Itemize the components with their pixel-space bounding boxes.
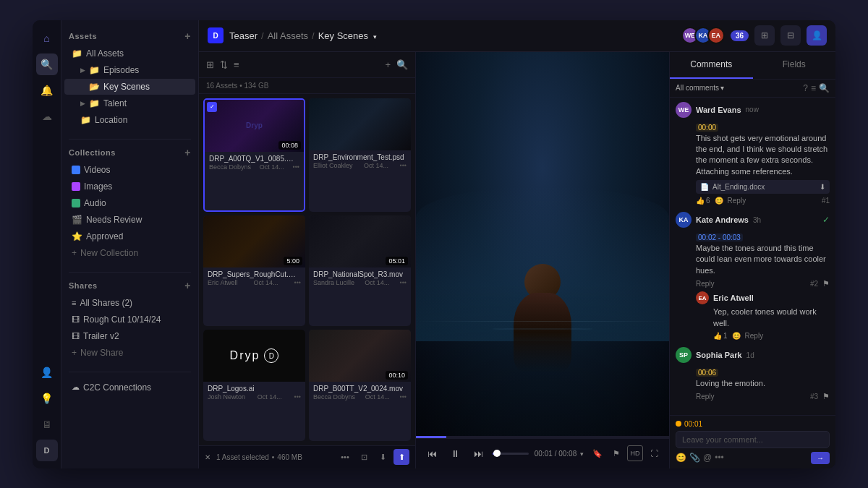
sidebar-item-talent[interactable]: ▶ 📁 Talent xyxy=(64,95,195,111)
screen-button[interactable]: 🖥 xyxy=(36,414,58,435)
play-pause-button[interactable]: ⏸ xyxy=(446,445,464,462)
deselect-icon[interactable]: ✕ xyxy=(205,453,210,461)
comment-input[interactable]: Leave your comment... xyxy=(676,431,830,448)
asset-more-1[interactable]: ••• xyxy=(293,163,299,171)
sidebar-item-location[interactable]: 📁 Location xyxy=(64,112,195,128)
sidebar-item-c2c[interactable]: ☁ C2C Connections xyxy=(64,380,195,395)
sidebar-item-needs-review[interactable]: 🎬 Needs Review xyxy=(64,212,195,228)
asset-card-4[interactable]: 05:01 DRP_NationalSpot_R3.mov Sandra Luc… xyxy=(309,215,411,326)
search-button[interactable]: 🔍 xyxy=(36,53,58,75)
asset-date-5: Oct 14... xyxy=(258,393,282,401)
bookmark-button[interactable]: 🔖 xyxy=(590,445,605,461)
like-reply-button[interactable]: 👍 1 xyxy=(713,332,728,340)
download-attachment-button[interactable]: ⬇ xyxy=(820,183,825,191)
preview-button[interactable]: ⊡ xyxy=(356,449,372,465)
send-comment-button[interactable]: → xyxy=(811,452,830,464)
breadcrumb-all-assets[interactable]: All Assets xyxy=(268,30,308,41)
add-new-collection-button[interactable]: + New Collection xyxy=(64,245,195,261)
add-new-share-button[interactable]: + New Share xyxy=(64,345,195,361)
emoji-input-icon[interactable]: 😊 xyxy=(676,453,686,463)
asset-more-2[interactable]: ••• xyxy=(400,162,407,169)
home-button[interactable]: ⌂ xyxy=(36,27,58,49)
breadcrumb-key-scenes[interactable]: Key Scenes ▾ xyxy=(318,30,377,41)
video-timeline-bar[interactable] xyxy=(416,436,669,438)
sidebar-item-episodes[interactable]: ▶ 📁 Episodes xyxy=(64,62,195,78)
tab-comments[interactable]: Comments xyxy=(670,52,753,79)
chapter-back-button[interactable]: ⏮ xyxy=(423,445,441,462)
asset-more-3[interactable]: ••• xyxy=(294,279,301,286)
add-asset-button[interactable]: + xyxy=(184,30,191,42)
attach-input-icon[interactable]: 📎 xyxy=(689,453,700,463)
reply-button-eric[interactable]: Reply xyxy=(745,332,764,340)
progress-bar[interactable] xyxy=(493,453,529,455)
reply-button-1[interactable]: Reply xyxy=(728,197,746,205)
download-button[interactable]: ⬇ xyxy=(375,449,391,465)
sidebar-item-trailer-v2[interactable]: 🎞 Trailer v2 xyxy=(64,328,195,344)
sidebar-item-videos[interactable]: Videos xyxy=(64,162,195,178)
help-icon[interactable]: ? xyxy=(803,83,808,93)
asset-more-6[interactable]: ••• xyxy=(400,393,407,401)
all-comments-filter[interactable]: All comments ▾ xyxy=(676,84,724,92)
emoji-reply-button[interactable]: 😊 xyxy=(732,332,741,340)
emoji-button-1[interactable]: 😊 xyxy=(715,197,723,205)
add-asset-icon[interactable]: + xyxy=(385,59,391,70)
filter-chevron: ▾ xyxy=(720,84,724,92)
asset-author-4: Sandra Lucille xyxy=(313,279,354,286)
like-button-1[interactable]: 👍 6 xyxy=(696,197,710,205)
time-dropdown-icon[interactable]: ▾ xyxy=(580,450,584,458)
more-input-icon[interactable]: ••• xyxy=(715,453,724,463)
search-asset-icon[interactable]: 🔍 xyxy=(396,59,408,70)
sidebar-item-rough-cut[interactable]: 🎞 Rough Cut 10/14/24 xyxy=(64,312,195,328)
flag-button[interactable]: ⚑ xyxy=(608,445,624,461)
bell-button[interactable]: 🔔 xyxy=(36,80,58,101)
filter-icon[interactable]: ≡ xyxy=(234,59,239,70)
asset-card-5[interactable]: Dryp D DRP_Logos.ai Josh Newton Oct 14..… xyxy=(203,330,305,440)
search-comments-icon[interactable]: 🔍 xyxy=(819,83,830,93)
reply-button-3[interactable]: Reply xyxy=(696,393,715,401)
sidebar-item-all-shares[interactable]: ≡ All Shares (2) xyxy=(64,295,195,311)
fullscreen-button[interactable]: ⛶ xyxy=(646,445,662,461)
logo-button[interactable]: D xyxy=(36,440,58,461)
sidebar-item-approved[interactable]: ⭐ Approved xyxy=(64,228,195,244)
grid-view-icon[interactable]: ⊞ xyxy=(206,59,214,70)
bulb-button[interactable]: 💡 xyxy=(36,388,58,409)
talent-label: Talent xyxy=(103,98,127,108)
chapter-forward-button[interactable]: ⏭ xyxy=(469,445,487,462)
user-profile-icon[interactable]: 👤 xyxy=(807,25,827,46)
asset-more-5[interactable]: ••• xyxy=(294,393,301,401)
add-share-button[interactable]: + xyxy=(184,280,191,291)
sort-icon[interactable]: ⇅ xyxy=(220,59,228,70)
user-button[interactable]: 👤 xyxy=(36,361,58,383)
folder-icon: 📁 xyxy=(72,48,82,59)
sort-comments-icon[interactable]: ≡ xyxy=(811,83,816,93)
sidebar-item-key-scenes[interactable]: 📂 Key Scenes xyxy=(64,79,195,95)
resolve-icon-3[interactable]: ⚑ xyxy=(822,392,830,401)
add-collection-button[interactable]: + xyxy=(184,147,191,158)
asset-card-3[interactable]: 5:00 DRP_Supers_RoughCut.mov Eric Atwell… xyxy=(203,215,305,326)
selected-count: 1 Asset selected xyxy=(216,453,269,461)
more-actions-button[interactable]: ••• xyxy=(337,449,353,465)
cloud-button[interactable]: ☁ xyxy=(36,106,58,127)
layout-grid-icon[interactable]: ⊞ xyxy=(754,25,775,46)
asset-card-6[interactable]: 00:10 DRP_B00TT_V2_0024.mov Becca Dobyns… xyxy=(309,330,411,440)
sidebar-item-images[interactable]: Images xyxy=(64,179,195,194)
sidebar-item-all-assets[interactable]: 📁 All Assets xyxy=(64,46,195,61)
comment-1-author: Ward Evans xyxy=(696,106,741,114)
asset-card-2[interactable]: DRP_Environment_Test.psd Elliot Coakley … xyxy=(309,98,411,212)
resolve-icon-2[interactable]: ⚑ xyxy=(822,279,830,288)
sidebar-item-audio[interactable]: Audio xyxy=(64,195,195,211)
asset-card-1[interactable]: ✓ Dryp 00:08 DRP_A00TQ_V1_0085.mov Becca… xyxy=(203,98,305,212)
at-input-icon[interactable]: @ xyxy=(703,453,712,463)
comments-tabs: Comments Fields xyxy=(670,52,835,80)
asset-more-4[interactable]: ••• xyxy=(400,279,407,286)
breadcrumb-sep-2: / xyxy=(312,30,315,41)
reply-button-2[interactable]: Reply xyxy=(696,280,715,288)
video-preview[interactable] xyxy=(416,52,669,438)
content-area: ⊞ ⇅ ≡ + 🔍 16 Assets • 134 GB ✓ xyxy=(199,52,835,468)
comment-num-3: #3 xyxy=(810,393,818,401)
layout-list-icon[interactable]: ⊟ xyxy=(780,25,801,46)
tab-fields[interactable]: Fields xyxy=(753,52,836,79)
asset-thumb-6: 00:10 xyxy=(309,330,411,382)
share-action-button[interactable]: ⬆ xyxy=(393,449,409,465)
thumbs-up-icon: 👍 xyxy=(696,197,705,205)
